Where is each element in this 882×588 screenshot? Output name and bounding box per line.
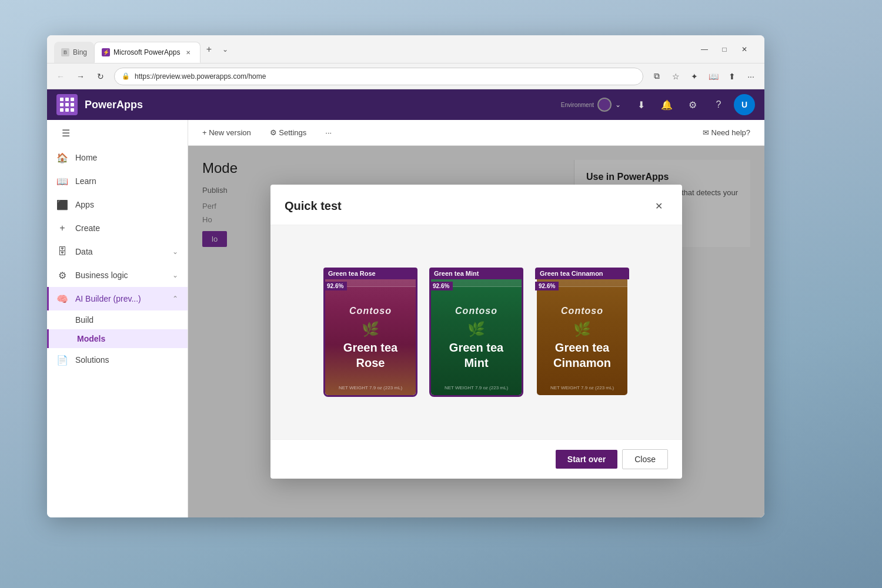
- main-layout: ☰ 🏠 Home 📖 Learn ⬛ Apps + Create: [47, 120, 764, 517]
- product-rose-confidence: 92.6%: [323, 282, 347, 290]
- can-cinnamon-product-name: Green tea Cinnamon: [544, 340, 620, 370]
- product-cinnamon-confidence: 92.6%: [535, 282, 559, 290]
- products-container: Green tea Rose 92.6% Contoso 🌿: [323, 268, 629, 397]
- bookmark-button[interactable]: ☆: [667, 68, 684, 85]
- tab-view-button[interactable]: ⧉: [648, 68, 666, 85]
- address-text: https://preview.web.powerapps.com/home: [135, 72, 266, 81]
- product-card-cinnamon[interactable]: Green tea Cinnamon 92.6% Contoso 🌿: [535, 268, 629, 397]
- new-tab-button[interactable]: +: [201, 41, 217, 58]
- sidebar-item-home[interactable]: 🏠 Home: [47, 146, 188, 169]
- new-version-label: + New version: [202, 128, 251, 137]
- sidebar-item-learn-label: Learn: [75, 176, 96, 186]
- browser-window: B Bing ⚡ Microsoft PowerApps ✕ + ⌄ — □ ✕…: [47, 35, 764, 517]
- toolbar-right: ✉ Need help?: [698, 126, 755, 139]
- back-button[interactable]: ←: [52, 68, 69, 85]
- close-button[interactable]: Close: [622, 449, 668, 469]
- settings-toolbar-label: ⚙ Settings: [270, 128, 307, 137]
- extensions-button[interactable]: ✦: [686, 68, 703, 85]
- minimize-button[interactable]: —: [696, 41, 713, 58]
- sidebar-sub-item-build[interactable]: Build: [47, 310, 188, 329]
- window-controls: — □ ✕: [696, 41, 753, 58]
- grid-dots: [60, 98, 74, 112]
- tab-close-icon[interactable]: ✕: [183, 48, 193, 57]
- browser-titlebar: B Bing ⚡ Microsoft PowerApps ✕ + ⌄ — □ ✕: [47, 35, 764, 64]
- product-mint-confidence: 92.6%: [429, 282, 453, 290]
- forward-button[interactable]: →: [72, 68, 89, 85]
- tab-bing[interactable]: B Bing: [54, 42, 94, 63]
- env-label: Environment: [561, 102, 594, 108]
- sidebar-item-business-logic[interactable]: ⚙ Business logic ⌄: [47, 263, 188, 287]
- sidebar-item-learn[interactable]: 📖 Learn: [47, 169, 188, 193]
- environment-selector[interactable]: Environment ⌄: [556, 95, 626, 114]
- grid-dot: [60, 103, 64, 106]
- browser-toolbar: ← → ↻ 🔒 https://preview.web.powerapps.co…: [47, 64, 764, 89]
- help-button[interactable]: ?: [708, 94, 729, 115]
- settings-toolbar-button[interactable]: ⚙ Settings: [265, 126, 312, 139]
- read-mode-button[interactable]: 📖: [704, 68, 722, 85]
- product-mint-label: Green tea Mint: [429, 268, 523, 279]
- sidebar-item-ai-builder[interactable]: 🧠 AI Builder (prev...) ⌃: [47, 287, 188, 310]
- grid-dot: [65, 103, 69, 106]
- address-bar[interactable]: 🔒 https://preview.web.powerapps.com/home: [114, 68, 643, 85]
- hamburger-menu-button[interactable]: ☰: [56, 123, 75, 142]
- browser-menu-button[interactable]: ···: [742, 68, 760, 85]
- need-help-button[interactable]: ✉ Need help?: [698, 126, 755, 139]
- sidebar-item-create[interactable]: + Create: [47, 216, 188, 240]
- tab-powerapps[interactable]: ⚡ Microsoft PowerApps ✕: [94, 42, 201, 63]
- maximize-button[interactable]: □: [716, 41, 733, 58]
- sidebar-item-apps[interactable]: ⬛ Apps: [47, 193, 188, 216]
- data-icon: 🗄: [56, 246, 68, 258]
- can-rose-leaf: 🌿: [362, 321, 379, 338]
- tab-list-button[interactable]: ⌄: [217, 41, 233, 58]
- sidebar-sub-build-label: Build: [75, 315, 93, 325]
- product-card-rose[interactable]: Green tea Rose 92.6% Contoso 🌿: [323, 268, 417, 397]
- start-over-button[interactable]: Start over: [556, 450, 617, 469]
- sidebar-item-home-label: Home: [75, 153, 97, 162]
- modal-close-button[interactable]: ✕: [649, 196, 668, 215]
- sidebar: ☰ 🏠 Home 📖 Learn ⬛ Apps + Create: [47, 120, 188, 517]
- settings-button[interactable]: ⚙: [682, 94, 703, 115]
- grid-dot: [71, 108, 74, 112]
- tab-powerapps-label: Microsoft PowerApps: [113, 48, 180, 56]
- grid-dot: [65, 108, 69, 112]
- business-logic-icon: ⚙: [56, 269, 68, 281]
- modal-overlay: Quick test ✕ Green tea Rose 92.6%: [188, 146, 764, 517]
- business-logic-chevron-icon: ⌄: [172, 271, 178, 279]
- env-circle: [597, 98, 612, 112]
- ai-builder-icon: 🧠: [56, 293, 68, 305]
- modal-header: Quick test ✕: [270, 185, 682, 225]
- app-grid-icon[interactable]: [56, 94, 78, 115]
- share-button[interactable]: ⬆: [723, 68, 741, 85]
- tab-bing-label: Bing: [73, 48, 87, 56]
- sidebar-item-data-label: Data: [75, 247, 93, 256]
- need-help-label: ✉ Need help?: [703, 128, 750, 137]
- main-content: + New version ⚙ Settings ··· ✉ Need help…: [188, 120, 764, 517]
- modal-title: Quick test: [285, 199, 342, 213]
- sidebar-sub-item-models[interactable]: Models: [47, 329, 188, 348]
- can-cinnamon-brand: Contoso: [561, 306, 603, 316]
- refresh-button[interactable]: ↻: [92, 68, 109, 85]
- sidebar-toggle: ☰: [47, 120, 188, 146]
- can-mint-weight: NET WEIGHT 7.9 oz (223 mL): [445, 385, 508, 390]
- user-avatar[interactable]: U: [734, 94, 755, 115]
- sidebar-item-data[interactable]: 🗄 Data ⌄: [47, 240, 188, 263]
- modal-body: Green tea Rose 92.6% Contoso 🌿: [270, 225, 682, 439]
- more-options-button[interactable]: ···: [320, 126, 336, 139]
- can-cinnamon-weight: NET WEIGHT 7.9 oz (223 mL): [550, 385, 614, 390]
- sidebar-item-apps-label: Apps: [75, 200, 94, 209]
- data-chevron-icon: ⌄: [172, 248, 178, 256]
- can-rose-weight: NET WEIGHT 7.9 oz (223 mL): [339, 385, 402, 390]
- sidebar-item-solutions-label: Solutions: [75, 355, 109, 365]
- sidebar-item-solutions[interactable]: 📄 Solutions: [47, 348, 188, 372]
- product-card-mint[interactable]: Green tea Mint 92.6% Contoso 🌿: [429, 268, 523, 397]
- apps-icon: ⬛: [56, 199, 68, 211]
- modal-footer: Start over Close: [270, 439, 682, 479]
- new-version-button[interactable]: + New version: [198, 126, 256, 139]
- lock-icon: 🔒: [122, 72, 130, 80]
- close-window-button[interactable]: ✕: [736, 41, 753, 58]
- app-content: PowerApps Environment ⌄ ⬇ 🔔 ⚙ ? U: [47, 89, 764, 517]
- product-rose-label: Green tea Rose: [323, 268, 417, 279]
- toolbar-actions: ⧉ ☆ ✦ 📖 ⬆ ···: [648, 68, 760, 85]
- notifications-button[interactable]: 🔔: [656, 94, 677, 115]
- download-button[interactable]: ⬇: [630, 94, 652, 115]
